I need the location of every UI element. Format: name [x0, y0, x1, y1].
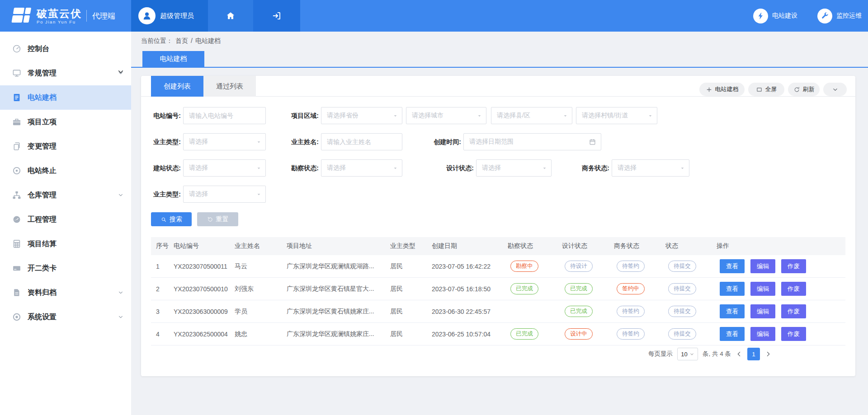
sidebar-item-general-mgmt[interactable]: 常规管理 [0, 61, 131, 85]
sidebar-item-label: 系统设置 [28, 312, 57, 322]
quick-link-monitor-ops[interactable]: 监控运维 [817, 9, 862, 23]
sidebar-item-system-settings[interactable]: 系统设置 [0, 305, 131, 329]
logout-icon [272, 11, 282, 21]
main-content: 当前位置： 首页 / 电站建档 电站建档 创建列表通过列表 电站建档全屏刷新 电… [131, 32, 868, 415]
survey-status-select[interactable]: 请选择 [321, 159, 402, 177]
design-status-cell: 设计中 [562, 328, 614, 340]
created-date: 2023-06-25 10:57:04 [432, 331, 508, 338]
prev-page-button[interactable] [736, 350, 743, 358]
breadcrumb-separator: / [191, 37, 193, 45]
owner-type: 居民 [390, 330, 432, 338]
owner-name-input[interactable] [321, 133, 402, 150]
view-button[interactable]: 查看 [720, 259, 745, 273]
more-button[interactable] [823, 83, 847, 96]
current-page-button[interactable]: 1 [747, 348, 760, 360]
reset-button[interactable]: 重置 [197, 212, 238, 226]
search-button[interactable]: 搜索 [151, 212, 192, 226]
sidebar-item-label: 仓库管理 [28, 191, 57, 200]
logo-title: 破茧云伏 [37, 8, 82, 19]
build-status-select[interactable]: 请选择 [183, 159, 266, 177]
caret-down-icon [392, 113, 398, 119]
home-button[interactable] [208, 0, 253, 32]
status-badge: 待签约 [617, 261, 645, 272]
page-tab[interactable]: 电站建档 [142, 51, 204, 67]
village-select[interactable]: 请选择村镇/街道 [576, 107, 657, 124]
view-button[interactable]: 查看 [720, 282, 745, 296]
owner-type-select[interactable]: 请选择 [183, 133, 266, 150]
refresh-button[interactable]: 刷新 [788, 83, 820, 96]
owner-type-2-placeholder: 请选择 [189, 190, 208, 198]
view-button[interactable]: 查看 [720, 304, 745, 318]
logo-icon [11, 8, 33, 24]
created-time-date[interactable]: 请选择日期范围 [463, 133, 601, 150]
fullscreen-label: 全屏 [765, 85, 777, 93]
sidebar-item-change-mgmt[interactable]: 变更管理 [0, 134, 131, 159]
sidebar-item-warehouse-mgmt[interactable]: 仓库管理 [0, 183, 131, 207]
void-button[interactable]: 作废 [781, 327, 806, 341]
station-code: YX2023070500010 [174, 285, 235, 293]
void-button[interactable]: 作废 [781, 304, 806, 318]
breadcrumb-prefix: 当前位置： [141, 37, 173, 45]
chevron-down-icon [118, 192, 124, 198]
row-index: 3 [151, 308, 174, 315]
sidebar-item-label: 电站终止 [28, 166, 57, 176]
fullscreen-button[interactable]: 全屏 [748, 83, 784, 96]
station-code: YX2023063000009 [174, 308, 235, 315]
sidebar-item-open-type2-card[interactable]: 开二类卡 [0, 256, 131, 280]
design-status-select[interactable]: 请选择 [476, 159, 552, 177]
survey-status-cell: 勘察中 [508, 261, 562, 272]
create-station-button[interactable]: 电站建档 [699, 83, 745, 96]
station-code-input[interactable] [183, 107, 266, 124]
sidebar-collapse-toggle[interactable] [117, 68, 125, 76]
status-cell: 待提交 [665, 328, 717, 340]
column-header-10: 状态 [665, 242, 717, 250]
sidebar-item-data-archive[interactable]: 资料归档 [0, 280, 131, 305]
refresh-icon [793, 86, 800, 93]
content-card: 创建列表通过列表 电站建档全屏刷新 电站编号:项目区域:请选择省份请选择城市请选… [141, 76, 855, 376]
next-page-button[interactable] [764, 350, 772, 358]
status-badge: 已完成 [510, 283, 538, 294]
view-button[interactable]: 查看 [720, 327, 745, 341]
edit-button[interactable]: 编辑 [750, 259, 775, 273]
sidebar-item-console[interactable]: 控制台 [0, 37, 131, 61]
county-select[interactable]: 请选择县/区 [491, 107, 572, 124]
city-select[interactable]: 请选择城市 [406, 107, 486, 124]
business-status-cell: 待签约 [614, 328, 665, 340]
edit-button[interactable]: 编辑 [750, 282, 775, 296]
row-index: 1 [151, 263, 174, 270]
create-station-label: 电站建档 [715, 85, 739, 93]
table-row: 1YX2023070500011马云广东深圳龙华区观澜镇观湖路...居民2023… [151, 255, 845, 278]
void-button[interactable]: 作废 [781, 259, 806, 273]
sidebar-item-station-archive[interactable]: 电站建档 [0, 85, 131, 110]
void-button[interactable]: 作废 [781, 282, 806, 296]
chevron-down-icon [689, 352, 694, 357]
sidebar-item-project-initiation[interactable]: 项目立项 [0, 110, 131, 134]
app-root: 破茧云伏 Po Jian Yun Fu 代理端 超级管理员 电站建设监控运维 控… [0, 0, 868, 415]
sidebar-item-station-termination[interactable]: 电站终止 [0, 159, 131, 183]
monitor-icon [12, 68, 22, 78]
tab-create-list[interactable]: 创建列表 [151, 76, 203, 97]
edit-button[interactable]: 编辑 [750, 327, 775, 341]
status-badge: 签约中 [617, 283, 645, 294]
sidebar-item-engineering-mgmt[interactable]: 工程管理 [0, 207, 131, 232]
user-section[interactable]: 超级管理员 [131, 0, 208, 32]
sidebar-item-label: 资料归档 [28, 288, 57, 298]
reset-icon [207, 216, 213, 223]
created-date: 2023-07-05 16:18:50 [432, 285, 508, 293]
edit-button[interactable]: 编辑 [750, 304, 775, 318]
column-header-9: 商务状态 [614, 242, 665, 250]
logout-button[interactable] [253, 0, 300, 32]
business-status-cell: 待签约 [614, 306, 665, 317]
status-badge: 设计中 [565, 328, 593, 340]
province-select[interactable]: 请选择省份 [321, 107, 402, 124]
breadcrumb-home-link[interactable]: 首页 [175, 37, 188, 45]
business-status-select[interactable]: 请选择 [612, 159, 689, 177]
tab-pass-list[interactable]: 通过列表 [203, 76, 256, 97]
sidebar-item-project-settlement[interactable]: 项目结算 [0, 232, 131, 256]
gear-icon [12, 312, 22, 322]
quick-link-station-build[interactable]: 电站建设 [753, 9, 797, 23]
owner-name: 姚忠 [235, 330, 287, 338]
per-page-select[interactable]: 10 [677, 348, 698, 360]
created-date: 2023-07-05 16:42:22 [432, 263, 508, 270]
owner-type-2-select[interactable]: 请选择 [183, 186, 266, 203]
